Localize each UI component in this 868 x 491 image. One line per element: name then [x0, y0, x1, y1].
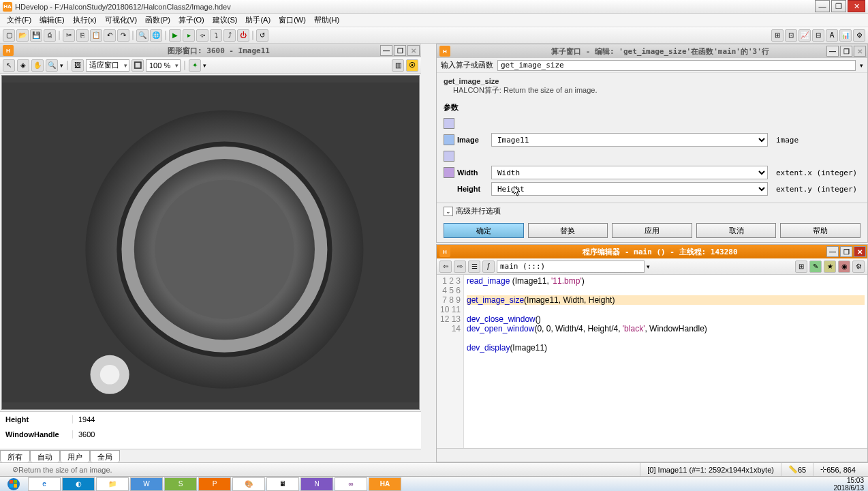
clear-icon[interactable]: ✦	[189, 59, 201, 72]
pan-icon[interactable]: ✋	[31, 59, 44, 72]
param-value-select[interactable]: Image11	[491, 133, 768, 147]
gw-maximize-button[interactable]: ❐	[394, 45, 406, 56]
assist-calib-icon[interactable]: ⊡	[785, 29, 797, 42]
ed-close-button[interactable]: ✕	[854, 246, 866, 257]
ok-button[interactable]: 确定	[444, 223, 524, 238]
inspect-icon[interactable]: ◈	[17, 59, 29, 72]
assist-tune-icon[interactable]: ⚙	[853, 29, 865, 42]
record-icon[interactable]: ⦿	[406, 59, 418, 72]
ow-minimize-button[interactable]: —	[826, 46, 839, 57]
paste-icon[interactable]: 📋	[90, 29, 102, 42]
image-viewport[interactable]	[1, 75, 420, 410]
ow-close-button[interactable]: ✕	[854, 46, 866, 57]
menu-suggestions[interactable]: 建议(S)	[208, 14, 242, 27]
saveall-icon[interactable]: ⎙	[44, 29, 56, 42]
open-icon[interactable]: 📂	[16, 29, 29, 42]
taskbar-vs-icon[interactable]: ∞	[335, 477, 367, 491]
step-out-icon[interactable]: ⤴	[223, 29, 236, 42]
code-area[interactable]: 1 2 3 4 5 6 7 8 9 10 11 12 13 14 read_im…	[437, 275, 867, 448]
run-icon[interactable]: ▶	[169, 29, 181, 42]
menu-execute[interactable]: 执行(x)	[69, 14, 101, 27]
assist-profile-icon[interactable]: 📊	[839, 29, 852, 42]
step-over-icon[interactable]: ⤼	[196, 29, 208, 42]
stop-icon[interactable]: ⏻	[237, 29, 249, 42]
menu-edit[interactable]: 编辑(E)	[35, 14, 69, 27]
taskbar-excel-icon[interactable]: S	[164, 477, 197, 491]
reset-icon[interactable]: ↺	[256, 29, 268, 42]
pointer-icon[interactable]: ↖	[3, 59, 15, 72]
new-icon[interactable]: ▢	[3, 29, 15, 42]
menu-visualize[interactable]: 可视化(V)	[101, 14, 142, 27]
image-mode-icon[interactable]: 🖼	[72, 59, 84, 72]
gw-minimize-button[interactable]: —	[380, 45, 392, 56]
ow-maximize-button[interactable]: ❐	[840, 46, 852, 57]
taskbar-calc-icon[interactable]: 🖩	[266, 477, 299, 491]
var-row[interactable]: WindowHandle 3600	[0, 427, 421, 442]
taskbar-app-icon[interactable]: ◐	[62, 477, 95, 491]
ed-maximize-button[interactable]: ❐	[840, 246, 852, 257]
operator-input[interactable]	[497, 60, 856, 71]
nav-back-icon[interactable]: ⇦	[439, 261, 452, 273]
assist-measure-icon[interactable]: 📈	[799, 29, 811, 42]
menu-assistants[interactable]: 助手(A)	[241, 14, 275, 27]
settings-icon[interactable]: ⚙	[852, 261, 865, 273]
replace-button[interactable]: 替换	[528, 223, 608, 238]
step-icon[interactable]: ▸	[183, 29, 195, 42]
menu-window[interactable]: 窗口(W)	[275, 14, 310, 27]
maximize-button[interactable]: ❐	[831, 0, 846, 12]
apply-button[interactable]: 应用	[612, 223, 692, 238]
param-value-select[interactable]: Height	[491, 182, 768, 196]
taskbar-wps-icon[interactable]: W	[130, 477, 163, 491]
copy-icon[interactable]: ⎘	[76, 29, 89, 42]
gw-close-button[interactable]: ✕	[407, 45, 420, 56]
tab-auto[interactable]: 自动	[30, 450, 60, 462]
chevron-down-icon[interactable]: ▾	[860, 62, 863, 69]
find-icon[interactable]: 🔍	[136, 29, 149, 42]
menu-operators[interactable]: 算子(O)	[174, 14, 208, 27]
edit-icon[interactable]: ✎	[809, 261, 822, 273]
menu-help[interactable]: 帮助(H)	[310, 14, 343, 27]
save-icon[interactable]: 💾	[30, 29, 42, 42]
assist-match-icon[interactable]: ⊟	[812, 29, 824, 42]
code-text[interactable]: read_image (Image11, '11.bmp') get_image…	[464, 275, 867, 448]
system-tray[interactable]: 15:03 2018/6/13	[830, 477, 869, 492]
zoom-mode-icon[interactable]: 🔲	[131, 59, 144, 72]
menu-functions[interactable]: 函数(P)	[141, 14, 174, 27]
tab-global[interactable]: 全局	[90, 450, 120, 462]
breakpoint-icon[interactable]: ◉	[838, 261, 850, 273]
tab-user[interactable]: 用户	[60, 450, 90, 462]
function-combo[interactable]: main (:::)	[497, 261, 645, 273]
taskbar-ie-icon[interactable]: e	[28, 477, 61, 491]
bookmark-icon[interactable]: ★	[824, 261, 836, 273]
taskbar-paint-icon[interactable]: 🎨	[232, 477, 265, 491]
assist-ocr-icon[interactable]: A	[826, 29, 838, 42]
func-icon[interactable]: ƒ	[482, 261, 495, 273]
redo-icon[interactable]: ↷	[117, 29, 129, 42]
assist-image-icon[interactable]: ⊞	[771, 29, 784, 42]
close-button[interactable]: ✕	[848, 0, 865, 12]
menu-file[interactable]: 文件(F)	[3, 14, 35, 27]
param-value-select[interactable]: Width	[491, 166, 768, 179]
undo-icon[interactable]: ↶	[104, 29, 116, 42]
step-into-icon[interactable]: ⤵	[210, 29, 222, 42]
globe-icon[interactable]: 🌐	[150, 29, 162, 42]
zoom-icon[interactable]: 🔍	[46, 59, 58, 72]
stream-icon[interactable]: ▥	[392, 59, 404, 72]
tab-all[interactable]: 所有	[0, 450, 30, 462]
taskbar-explorer-icon[interactable]: 📁	[96, 477, 129, 491]
expand-icon[interactable]: ⌄	[444, 207, 453, 216]
minimize-button[interactable]: —	[815, 0, 830, 12]
taskbar-ppt-icon[interactable]: P	[198, 477, 231, 491]
var-row[interactable]: Height 1944	[0, 412, 421, 427]
ed-minimize-button[interactable]: —	[826, 246, 839, 257]
window-icon[interactable]: ⊞	[795, 261, 807, 273]
help-button[interactable]: 帮助	[780, 223, 861, 238]
taskbar-hdevelop-icon[interactable]: HA	[369, 477, 401, 491]
zoom-dropdown[interactable]: 100 %	[146, 59, 181, 72]
cut-icon[interactable]: ✂	[63, 29, 75, 42]
taskbar-onenote-icon[interactable]: N	[300, 477, 333, 491]
nav-forward-icon[interactable]: ⇨	[454, 261, 466, 273]
nav-list-icon[interactable]: ☰	[468, 261, 480, 273]
start-button[interactable]	[0, 477, 27, 492]
fit-dropdown[interactable]: 适应窗口	[86, 59, 129, 72]
